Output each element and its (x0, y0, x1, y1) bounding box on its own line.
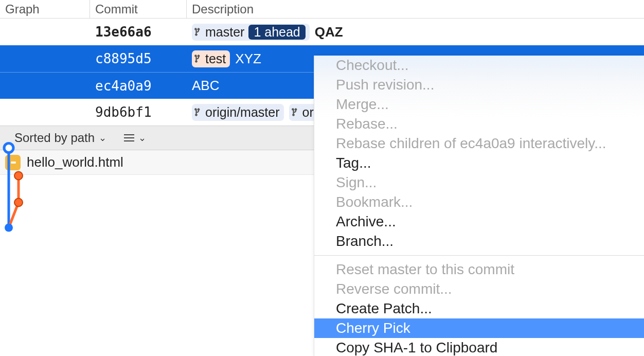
branch-icon (291, 108, 300, 117)
commit-hash: ec4a0a9 (90, 78, 187, 94)
branch-icon (194, 27, 203, 37)
svg-line-2 (9, 203, 19, 228)
list-icon (124, 134, 134, 141)
commit-hash: c8895d5 (90, 51, 187, 66)
menu-reset: Reset master to this commit (314, 260, 644, 279)
menu-rebase: Rebase... (314, 114, 644, 134)
view-mode-dropdown[interactable]: ⌄ (124, 132, 146, 144)
menu-create-patch[interactable]: Create Patch... (314, 299, 644, 318)
commit-hash: 13e66a6 (90, 24, 187, 40)
menu-sign: Sign... (314, 173, 644, 192)
menu-copy-sha[interactable]: Copy SHA-1 to Clipboard (314, 338, 644, 356)
menu-archive[interactable]: Archive... (314, 212, 644, 232)
menu-separator (314, 255, 644, 256)
menu-push-revision: Push revision... (314, 75, 644, 95)
file-icon: ••• (5, 155, 21, 170)
branch-badge-test[interactable]: test (192, 50, 230, 67)
menu-merge: Merge... (314, 95, 644, 114)
branch-badge-master[interactable]: master 1 ahead (192, 24, 310, 41)
menu-checkout: Checkout... (314, 56, 644, 75)
branch-icon (194, 54, 203, 63)
sort-label: Sorted by path (14, 131, 95, 145)
branch-label: test (205, 51, 226, 66)
svg-point-5 (14, 199, 23, 207)
menu-reverse: Reverse commit... (314, 279, 644, 299)
ahead-badge: 1 ahead (248, 25, 305, 40)
branch-label: origin/master (205, 105, 280, 120)
chevron-down-icon: ⌄ (138, 132, 146, 144)
sort-dropdown[interactable]: Sorted by path ⌄ (14, 131, 106, 145)
header-commit[interactable]: Commit (90, 0, 187, 18)
header-description[interactable]: Description (187, 0, 644, 18)
file-name: hello_world.html (27, 154, 123, 170)
branch-label: or (302, 105, 314, 120)
menu-rebase-children: Rebase children of ec4a0a9 interactively… (314, 134, 644, 153)
menu-branch[interactable]: Branch... (314, 232, 644, 251)
menu-tag[interactable]: Tag... (314, 153, 644, 173)
chevron-down-icon: ⌄ (99, 132, 106, 144)
svg-point-6 (5, 224, 13, 232)
menu-bookmark: Bookmark... (314, 192, 644, 212)
commit-row[interactable]: 13e66a6 master 1 ahead QAZ (0, 19, 644, 45)
branch-icon (194, 108, 203, 117)
table-header: Graph Commit Description (0, 0, 644, 19)
commit-message: ABC (192, 78, 219, 94)
context-menu: Checkout... Push revision... Merge... Re… (314, 56, 644, 356)
menu-cherry-pick[interactable]: Cherry Pick (314, 318, 644, 338)
commit-hash: 9db6bf1 (90, 104, 187, 120)
commit-message: XYZ (235, 51, 261, 67)
commit-message: QAZ (315, 24, 343, 40)
header-graph[interactable]: Graph (0, 0, 90, 18)
branch-badge-origin-master[interactable]: origin/master (192, 104, 284, 121)
branch-label: master (205, 25, 244, 40)
